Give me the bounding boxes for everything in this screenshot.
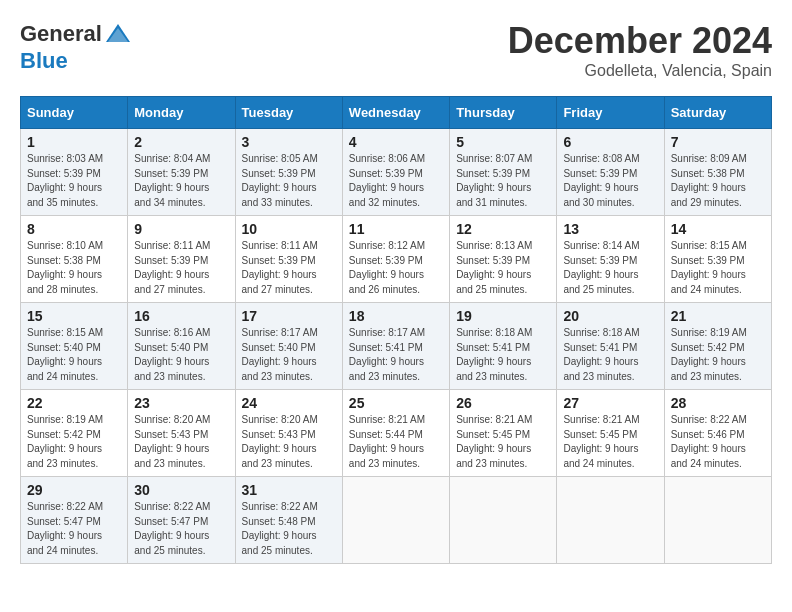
day-info: Sunrise: 8:19 AMSunset: 5:42 PMDaylight:… (27, 414, 103, 469)
day-info: Sunrise: 8:07 AMSunset: 5:39 PMDaylight:… (456, 153, 532, 208)
calendar-cell: 8 Sunrise: 8:10 AMSunset: 5:38 PMDayligh… (21, 216, 128, 303)
weekday-header-monday: Monday (128, 97, 235, 129)
day-number: 16 (134, 308, 228, 324)
day-info: Sunrise: 8:14 AMSunset: 5:39 PMDaylight:… (563, 240, 639, 295)
day-info: Sunrise: 8:18 AMSunset: 5:41 PMDaylight:… (456, 327, 532, 382)
day-number: 13 (563, 221, 657, 237)
calendar-cell: 30 Sunrise: 8:22 AMSunset: 5:47 PMDaylig… (128, 477, 235, 564)
day-number: 11 (349, 221, 443, 237)
day-number: 21 (671, 308, 765, 324)
calendar-cell: 11 Sunrise: 8:12 AMSunset: 5:39 PMDaylig… (342, 216, 449, 303)
day-number: 26 (456, 395, 550, 411)
weekday-header-thursday: Thursday (450, 97, 557, 129)
calendar-week-5: 29 Sunrise: 8:22 AMSunset: 5:47 PMDaylig… (21, 477, 772, 564)
day-info: Sunrise: 8:09 AMSunset: 5:38 PMDaylight:… (671, 153, 747, 208)
day-info: Sunrise: 8:21 AMSunset: 5:44 PMDaylight:… (349, 414, 425, 469)
calendar-cell: 31 Sunrise: 8:22 AMSunset: 5:48 PMDaylig… (235, 477, 342, 564)
day-number: 15 (27, 308, 121, 324)
day-number: 24 (242, 395, 336, 411)
day-number: 6 (563, 134, 657, 150)
day-info: Sunrise: 8:18 AMSunset: 5:41 PMDaylight:… (563, 327, 639, 382)
calendar-cell: 14 Sunrise: 8:15 AMSunset: 5:39 PMDaylig… (664, 216, 771, 303)
day-number: 8 (27, 221, 121, 237)
day-info: Sunrise: 8:22 AMSunset: 5:47 PMDaylight:… (27, 501, 103, 556)
day-number: 10 (242, 221, 336, 237)
day-info: Sunrise: 8:15 AMSunset: 5:40 PMDaylight:… (27, 327, 103, 382)
weekday-header-tuesday: Tuesday (235, 97, 342, 129)
day-number: 30 (134, 482, 228, 498)
calendar-cell: 3 Sunrise: 8:05 AMSunset: 5:39 PMDayligh… (235, 129, 342, 216)
day-info: Sunrise: 8:06 AMSunset: 5:39 PMDaylight:… (349, 153, 425, 208)
day-number: 25 (349, 395, 443, 411)
logo-blue-text: Blue (20, 48, 68, 74)
calendar-week-1: 1 Sunrise: 8:03 AMSunset: 5:39 PMDayligh… (21, 129, 772, 216)
weekday-header-row: SundayMondayTuesdayWednesdayThursdayFrid… (21, 97, 772, 129)
day-info: Sunrise: 8:11 AMSunset: 5:39 PMDaylight:… (242, 240, 318, 295)
day-number: 5 (456, 134, 550, 150)
day-number: 31 (242, 482, 336, 498)
day-number: 7 (671, 134, 765, 150)
weekday-header-sunday: Sunday (21, 97, 128, 129)
calendar-cell (450, 477, 557, 564)
day-info: Sunrise: 8:17 AMSunset: 5:41 PMDaylight:… (349, 327, 425, 382)
day-info: Sunrise: 8:22 AMSunset: 5:46 PMDaylight:… (671, 414, 747, 469)
day-info: Sunrise: 8:13 AMSunset: 5:39 PMDaylight:… (456, 240, 532, 295)
calendar-cell: 9 Sunrise: 8:11 AMSunset: 5:39 PMDayligh… (128, 216, 235, 303)
logo: General Blue (20, 20, 132, 74)
logo-icon (104, 20, 132, 48)
day-number: 9 (134, 221, 228, 237)
calendar-cell: 18 Sunrise: 8:17 AMSunset: 5:41 PMDaylig… (342, 303, 449, 390)
day-number: 29 (27, 482, 121, 498)
day-info: Sunrise: 8:21 AMSunset: 5:45 PMDaylight:… (456, 414, 532, 469)
page-header: General Blue December 2024 Godelleta, Va… (20, 20, 772, 80)
calendar-cell: 29 Sunrise: 8:22 AMSunset: 5:47 PMDaylig… (21, 477, 128, 564)
month-title: December 2024 (508, 20, 772, 62)
calendar-cell: 13 Sunrise: 8:14 AMSunset: 5:39 PMDaylig… (557, 216, 664, 303)
day-number: 3 (242, 134, 336, 150)
calendar-cell: 19 Sunrise: 8:18 AMSunset: 5:41 PMDaylig… (450, 303, 557, 390)
calendar-cell: 7 Sunrise: 8:09 AMSunset: 5:38 PMDayligh… (664, 129, 771, 216)
day-number: 14 (671, 221, 765, 237)
day-info: Sunrise: 8:20 AMSunset: 5:43 PMDaylight:… (242, 414, 318, 469)
weekday-header-saturday: Saturday (664, 97, 771, 129)
calendar-cell (664, 477, 771, 564)
calendar-cell: 27 Sunrise: 8:21 AMSunset: 5:45 PMDaylig… (557, 390, 664, 477)
calendar-week-3: 15 Sunrise: 8:15 AMSunset: 5:40 PMDaylig… (21, 303, 772, 390)
calendar-cell: 16 Sunrise: 8:16 AMSunset: 5:40 PMDaylig… (128, 303, 235, 390)
day-info: Sunrise: 8:10 AMSunset: 5:38 PMDaylight:… (27, 240, 103, 295)
day-info: Sunrise: 8:16 AMSunset: 5:40 PMDaylight:… (134, 327, 210, 382)
day-info: Sunrise: 8:05 AMSunset: 5:39 PMDaylight:… (242, 153, 318, 208)
location-text: Godelleta, Valencia, Spain (508, 62, 772, 80)
calendar-cell: 1 Sunrise: 8:03 AMSunset: 5:39 PMDayligh… (21, 129, 128, 216)
day-number: 12 (456, 221, 550, 237)
day-info: Sunrise: 8:12 AMSunset: 5:39 PMDaylight:… (349, 240, 425, 295)
day-number: 27 (563, 395, 657, 411)
day-number: 1 (27, 134, 121, 150)
title-block: December 2024 Godelleta, Valencia, Spain (508, 20, 772, 80)
calendar-cell: 23 Sunrise: 8:20 AMSunset: 5:43 PMDaylig… (128, 390, 235, 477)
day-info: Sunrise: 8:04 AMSunset: 5:39 PMDaylight:… (134, 153, 210, 208)
day-info: Sunrise: 8:17 AMSunset: 5:40 PMDaylight:… (242, 327, 318, 382)
weekday-header-friday: Friday (557, 97, 664, 129)
calendar-cell: 4 Sunrise: 8:06 AMSunset: 5:39 PMDayligh… (342, 129, 449, 216)
calendar-cell: 20 Sunrise: 8:18 AMSunset: 5:41 PMDaylig… (557, 303, 664, 390)
calendar-cell: 26 Sunrise: 8:21 AMSunset: 5:45 PMDaylig… (450, 390, 557, 477)
day-info: Sunrise: 8:15 AMSunset: 5:39 PMDaylight:… (671, 240, 747, 295)
day-number: 23 (134, 395, 228, 411)
day-info: Sunrise: 8:11 AMSunset: 5:39 PMDaylight:… (134, 240, 210, 295)
calendar-week-4: 22 Sunrise: 8:19 AMSunset: 5:42 PMDaylig… (21, 390, 772, 477)
calendar-cell: 21 Sunrise: 8:19 AMSunset: 5:42 PMDaylig… (664, 303, 771, 390)
calendar-cell: 6 Sunrise: 8:08 AMSunset: 5:39 PMDayligh… (557, 129, 664, 216)
day-info: Sunrise: 8:22 AMSunset: 5:47 PMDaylight:… (134, 501, 210, 556)
day-number: 19 (456, 308, 550, 324)
day-info: Sunrise: 8:21 AMSunset: 5:45 PMDaylight:… (563, 414, 639, 469)
day-info: Sunrise: 8:19 AMSunset: 5:42 PMDaylight:… (671, 327, 747, 382)
calendar-cell: 22 Sunrise: 8:19 AMSunset: 5:42 PMDaylig… (21, 390, 128, 477)
calendar-cell: 5 Sunrise: 8:07 AMSunset: 5:39 PMDayligh… (450, 129, 557, 216)
day-number: 28 (671, 395, 765, 411)
calendar-cell: 17 Sunrise: 8:17 AMSunset: 5:40 PMDaylig… (235, 303, 342, 390)
day-number: 22 (27, 395, 121, 411)
calendar-cell: 24 Sunrise: 8:20 AMSunset: 5:43 PMDaylig… (235, 390, 342, 477)
day-number: 2 (134, 134, 228, 150)
day-info: Sunrise: 8:08 AMSunset: 5:39 PMDaylight:… (563, 153, 639, 208)
